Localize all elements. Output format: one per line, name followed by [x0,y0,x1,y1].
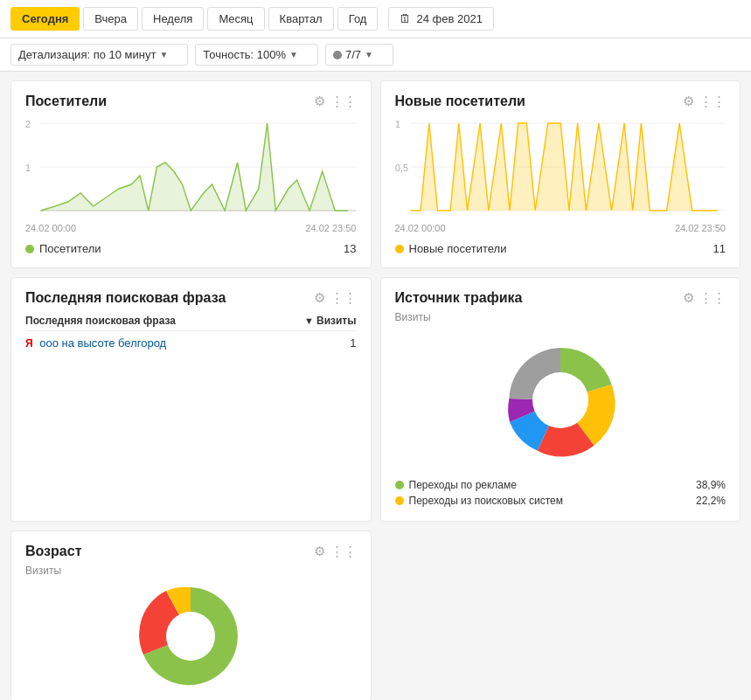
tab-month[interactable]: Месяц [207,7,264,31]
search-phrase-card-actions: ⚙ ⋮⋮ [314,290,357,306]
detail-dropdown[interactable]: Детализация: по 10 минут ▼ [10,44,188,66]
svg-text:1: 1 [395,119,400,129]
new-visitors-time-start: 24.02 00:00 [395,223,446,233]
tab-today[interactable]: Сегодня [10,7,80,31]
visitors-time-start: 24.02 00:00 [25,223,76,233]
visitors-time-end: 24.02 23:50 [305,223,356,233]
traffic-dot-0 [395,481,404,489]
search-phrase-title: Последняя поисковая фраза [25,290,226,306]
visitors-legend-value: 13 [344,242,356,255]
new-visitors-legend-label: Новые посетители [409,242,507,255]
search-phrase-value: 1 [271,331,356,356]
yandex-icon: Я [25,337,33,350]
search-phrase-header: Последняя поисковая фраза ⚙ ⋮⋮ [25,290,357,306]
new-visitors-chart-labels: 24.02 00:00 24.02 23:50 [395,223,727,233]
search-phrase-gear-icon[interactable]: ⚙ [314,290,325,306]
sort-arrow-icon[interactable]: ▼ [304,315,316,326]
age-card-actions: ⚙ ⋮⋮ [314,544,357,559]
search-phrase-grid-icon[interactable]: ⋮⋮ [330,290,357,306]
visitors-legend-dot [25,245,34,253]
detail-chevron-icon: ▼ [159,50,168,59]
accuracy-label: Точность: 100% [203,48,286,61]
date-label: 24 фев 2021 [416,12,482,25]
age-pie-chart [25,584,357,689]
top-bar: Сегодня Вчера Неделя Месяц Квартал Год 🗓… [0,0,751,38]
traffic-source-card-actions: ⚙ ⋮⋮ [683,290,726,306]
traffic-grid-icon[interactable]: ⋮⋮ [699,290,726,306]
search-phrase-card: Последняя поисковая фраза ⚙ ⋮⋮ Последняя… [10,277,372,522]
traffic-legend: Переходы по рекламе 38,9% Переходы из по… [395,477,727,509]
traffic-gear-icon[interactable]: ⚙ [683,290,694,306]
visitors-chart-labels: 24.02 00:00 24.02 23:50 [25,223,357,233]
calendar-icon: 🗓 [400,12,411,25]
y-max-label: 2 [25,119,31,129]
visitors-card: Посетители ⚙ ⋮⋮ 2 1 [10,80,372,268]
visitors-card-actions: ⚙ ⋮⋮ [314,94,357,109]
tab-week[interactable]: Неделя [142,7,204,31]
age-gear-icon[interactable]: ⚙ [314,544,325,559]
traffic-subtitle: Визиты [395,311,727,323]
segment-label: 7/7 [345,48,361,61]
visitors-grid-icon[interactable]: ⋮⋮ [330,94,357,109]
svg-point-12 [532,372,588,428]
age-title: Возраст [25,544,81,559]
visitors-legend-label: Посетители [39,242,101,255]
filter-bar: Детализация: по 10 минут ▼ Точность: 100… [0,38,751,72]
visitors-gear-icon[interactable]: ⚙ [314,94,325,109]
visitors-legend: Посетители [25,242,101,255]
traffic-source-header: Источник трафика ⚙ ⋮⋮ [395,290,727,306]
search-phrase-cell: Я ооо на высоте белгород [25,331,271,356]
new-visitors-card-header: Новые посетители ⚙ ⋮⋮ [395,94,727,109]
visitors-chart: 2 1 [25,114,357,219]
new-visitors-card: Новые посетители ⚙ ⋮⋮ 1 0,5 24.02 00:00 … [380,80,741,268]
segment-dropdown[interactable]: 7/7 ▼ [325,44,393,66]
traffic-value-1: 22,2% [696,495,726,507]
accuracy-dropdown[interactable]: Точность: 100% ▼ [195,44,318,66]
segment-dot-icon [333,51,342,59]
svg-text:0,5: 0,5 [395,163,408,173]
new-visitors-legend-value: 11 [713,242,726,255]
search-phrase-col1-header: Последняя поисковая фраза [25,311,271,331]
traffic-source-card: Источник трафика ⚙ ⋮⋮ Визиты [380,277,741,522]
date-picker-button[interactable]: 🗓 24 фев 2021 [388,7,493,31]
svg-point-13 [166,612,215,661]
new-visitors-legend: Новые посетители [395,242,507,255]
age-grid-icon[interactable]: ⋮⋮ [330,544,357,559]
accuracy-chevron-icon: ▼ [289,50,298,59]
new-visitors-grid-icon[interactable]: ⋮⋮ [699,94,726,109]
age-card-header: Возраст ⚙ ⋮⋮ [25,544,357,559]
search-phrase-table: Последняя поисковая фраза ▼ Визиты Я ооо… [25,311,357,355]
tab-quarter[interactable]: Квартал [268,7,334,31]
new-visitors-time-end: 24.02 23:50 [675,223,726,233]
visitors-footer: Посетители 13 [25,242,357,255]
new-visitors-card-actions: ⚙ ⋮⋮ [683,94,726,109]
traffic-legend-item-0: Переходы по рекламе 38,9% [395,477,727,493]
traffic-legend-item-1: Переходы из поисковых систем 22,2% [395,493,727,509]
traffic-label-1: Переходы из поисковых систем [409,495,563,507]
visitors-card-header: Посетители ⚙ ⋮⋮ [25,94,357,109]
tab-year[interactable]: Год [337,7,379,31]
content-grid: Посетители ⚙ ⋮⋮ 2 1 [0,72,751,700]
traffic-label-0: Переходы по рекламе [409,479,517,491]
new-visitors-footer: Новые посетители 11 [395,242,727,255]
traffic-dot-1 [395,496,404,505]
search-phrase-link[interactable]: ооо на высоте белгород [39,336,166,350]
search-phrase-col2-header: ▼ Визиты [271,311,356,331]
traffic-pie-chart [395,330,727,470]
visitors-title: Посетители [25,94,107,109]
traffic-value-0: 38,9% [696,479,726,491]
tab-yesterday[interactable]: Вчера [83,7,138,31]
new-visitors-legend-dot [395,245,404,253]
segment-chevron-icon: ▼ [365,50,373,59]
traffic-source-title: Источник трафика [395,290,523,306]
new-visitors-title: Новые посетители [395,94,525,109]
new-visitors-gear-icon[interactable]: ⚙ [683,94,694,109]
table-row: Я ооо на высоте белгород 1 [25,331,357,356]
age-card: Возраст ⚙ ⋮⋮ Визиты [10,530,372,700]
new-visitors-chart: 1 0,5 [395,114,727,219]
y-mid-label: 1 [25,163,31,173]
detail-label: Детализация: по 10 минут [18,48,156,61]
